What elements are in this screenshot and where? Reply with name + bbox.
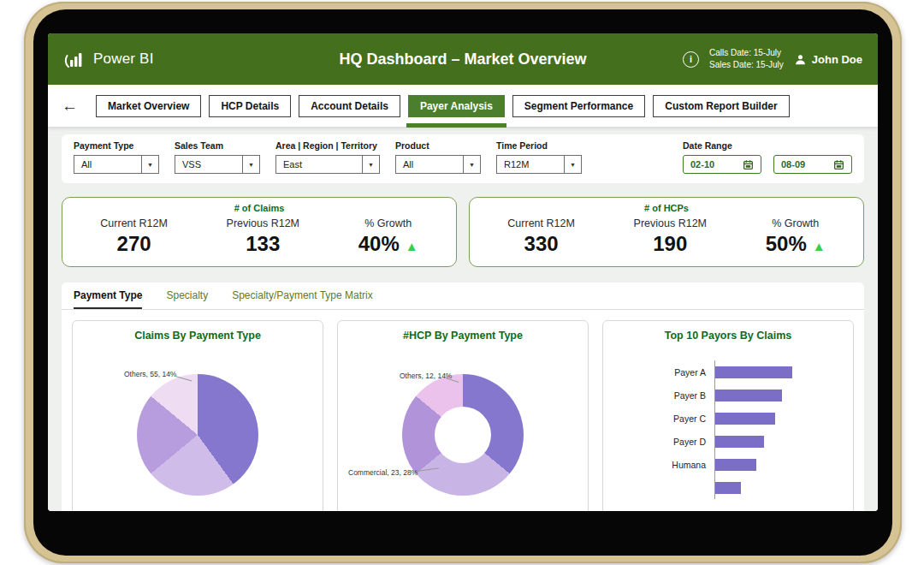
- bar-row: Payer D: [603, 430, 844, 453]
- filter-label-time-period: Time Period: [496, 140, 582, 151]
- report-tabbar: ← Market Overview HCP Details Account De…: [48, 85, 878, 128]
- filter-bar: Payment Type All ▼ Sales Team VSS ▼: [62, 134, 864, 183]
- pie-callout-others: Others, 55, 14%: [124, 370, 176, 378]
- kpi-metric: Previous R12M 133: [227, 217, 299, 256]
- info-icon[interactable]: i: [683, 51, 699, 68]
- subtab-specialty-payment-matrix[interactable]: Specialty/Payment Type Matrix: [232, 289, 373, 309]
- subtab-bar: Payment Type Specialty Specialty/Payment…: [62, 282, 864, 310]
- bar-row: Payer C: [603, 407, 844, 430]
- filter-label-date-range: Date Range: [683, 140, 852, 151]
- bar-category-label: Payer A: [603, 367, 714, 378]
- bar[interactable]: [715, 482, 741, 494]
- area-value: East: [276, 156, 362, 173]
- bar-chart-logo-icon: [63, 49, 86, 69]
- chart-title: Claims By Payment Type: [73, 330, 323, 342]
- chevron-down-icon[interactable]: ▼: [141, 156, 158, 173]
- kpi-metric-label: % Growth: [358, 217, 418, 229]
- product-dropdown[interactable]: All ▼: [395, 155, 481, 174]
- filter-label-area: Area | Region | Territory: [275, 140, 380, 151]
- tablet-frame: Power BI HQ Dashboard – Market Overview …: [24, 2, 902, 563]
- bar-row: [603, 476, 844, 499]
- header-dates: Calls Date: 15-July Sales Date: 15-July: [709, 47, 784, 72]
- tab-account-details[interactable]: Account Details: [299, 95, 400, 117]
- bar-track: [714, 360, 844, 384]
- kpi-metric: Previous R12M 190: [634, 217, 707, 256]
- payment-type-value: All: [74, 156, 141, 173]
- product-value: All: [396, 156, 463, 173]
- chevron-down-icon[interactable]: ▼: [463, 156, 480, 173]
- bar[interactable]: [715, 436, 764, 448]
- donut-callout-others: Others, 12, 14%: [400, 372, 452, 380]
- bar[interactable]: [715, 390, 782, 401]
- page-title: HQ Dashboard – Market Overview: [339, 51, 586, 68]
- app-header: Power BI HQ Dashboard – Market Overview …: [48, 33, 878, 85]
- chart-claims-by-payment-type: Claims By Payment Type Others, 55, 14%: [72, 320, 323, 511]
- date-range-end-input[interactable]: 08-09: [773, 155, 852, 174]
- chart-hcp-by-payment-type: #HCP By Payment Type Others, 12, 14% Com…: [337, 320, 589, 511]
- kpi-metric: Current R12M 270: [100, 217, 168, 256]
- bar-category-label: Payer D: [603, 437, 714, 447]
- bar-category-label: Payer B: [603, 390, 714, 401]
- tablet-bezel: Power BI HQ Dashboard – Market Overview …: [33, 9, 892, 556]
- user-name: John Doe: [812, 53, 862, 66]
- bar-track: [714, 476, 844, 499]
- time-period-dropdown[interactable]: R12M ▼: [496, 155, 582, 174]
- pie-chart[interactable]: [137, 374, 258, 496]
- bar[interactable]: [715, 366, 792, 378]
- trend-up-icon: ▲: [406, 239, 418, 253]
- sales-team-dropdown[interactable]: VSS ▼: [175, 155, 260, 174]
- date-range-start-input[interactable]: 02-10: [683, 155, 761, 174]
- chevron-down-icon[interactable]: ▼: [242, 156, 259, 173]
- tab-payer-analysis[interactable]: Payer Analysis: [408, 95, 505, 117]
- bar-track: [714, 430, 844, 453]
- date-range-start-value: 02-10: [690, 159, 714, 170]
- kpi-card-hcps: # of HCPs Current R12M 330 Previous R12M…: [469, 197, 864, 267]
- content-area: Payment Type All ▼ Sales Team VSS ▼: [48, 128, 878, 511]
- powerbi-logo: Power BI: [63, 49, 154, 69]
- user-menu[interactable]: John Doe: [794, 53, 862, 66]
- tab-segment-performance[interactable]: Segment Performance: [512, 95, 645, 117]
- bar-category-label: Humana: [603, 460, 714, 470]
- back-arrow-icon[interactable]: ←: [62, 97, 78, 116]
- tab-market-overview[interactable]: Market Overview: [96, 95, 201, 117]
- donut-callout-commercial: Commercial, 23, 28%: [348, 468, 418, 477]
- kpi-metric-value: 133: [227, 232, 299, 256]
- subtab-specialty[interactable]: Specialty: [166, 289, 208, 309]
- bar-row: Payer A: [603, 360, 844, 384]
- kpi-metric-value: 330: [507, 232, 575, 256]
- kpi-metric-label: Previous R12M: [634, 217, 707, 229]
- tab-hcp-details[interactable]: HCP Details: [209, 95, 291, 117]
- filter-label-sales-team: Sales Team: [175, 140, 260, 151]
- calendar-icon: [743, 159, 754, 170]
- chevron-down-icon[interactable]: ▼: [564, 156, 581, 173]
- subtab-payment-type[interactable]: Payment Type: [74, 289, 142, 309]
- bar-chart: Payer APayer BPayer CPayer DHumana: [603, 360, 844, 499]
- bar-track: [714, 453, 844, 476]
- bar[interactable]: [715, 459, 756, 471]
- calls-date: Calls Date: 15-July: [709, 47, 784, 60]
- charts-panel: Payment Type Specialty Specialty/Payment…: [62, 282, 864, 511]
- kpi-metric-label: Previous R12M: [227, 217, 299, 229]
- chart-title: #HCP By Payment Type: [338, 330, 588, 342]
- bar-track: [714, 384, 844, 407]
- calendar-icon: [833, 159, 844, 170]
- chevron-down-icon[interactable]: ▼: [362, 156, 379, 173]
- bar[interactable]: [715, 413, 775, 425]
- kpi-metric-value: 40%▲: [358, 232, 418, 256]
- bar-track: [714, 407, 844, 430]
- chart-top-payors-by-claims: Top 10 Payors By Claims Payer APayer BPa…: [602, 320, 854, 511]
- filter-label-product: Product: [395, 140, 481, 151]
- app-name: Power BI: [93, 51, 154, 68]
- kpi-metric-label: % Growth: [766, 217, 826, 229]
- kpi-metric-value: 190: [634, 232, 707, 256]
- area-region-territory-dropdown[interactable]: East ▼: [275, 155, 380, 174]
- tab-custom-report-builder[interactable]: Custom Report Builder: [653, 95, 789, 117]
- kpi-card-claims: # of Claims Current R12M 270 Previous R1…: [62, 197, 457, 267]
- donut-chart[interactable]: [402, 374, 524, 496]
- kpi-metric: Current R12M 330: [507, 217, 575, 256]
- user-icon: [794, 53, 807, 66]
- payment-type-dropdown[interactable]: All ▼: [74, 155, 159, 174]
- time-period-value: R12M: [497, 156, 564, 173]
- charts-row: Claims By Payment Type Others, 55, 14% #…: [62, 310, 864, 511]
- bar-category-label: Payer C: [603, 413, 714, 424]
